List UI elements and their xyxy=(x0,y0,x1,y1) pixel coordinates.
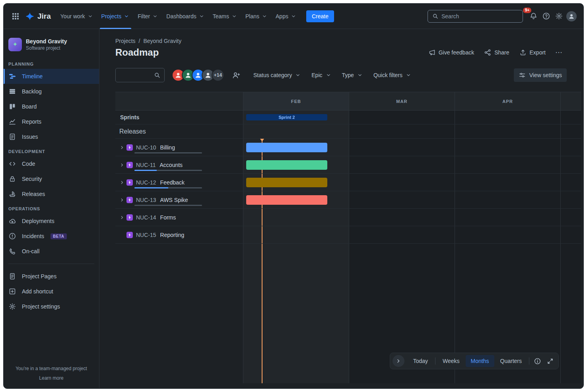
sprints-label[interactable]: Sprints xyxy=(115,111,243,124)
person-icon xyxy=(568,13,575,20)
export-button[interactable]: Export xyxy=(515,46,550,59)
add-people-button[interactable] xyxy=(230,69,243,82)
expand-chevron[interactable] xyxy=(119,215,125,220)
expand-chevron[interactable] xyxy=(119,145,125,150)
epic-name[interactable]: AWS Spike xyxy=(160,197,188,203)
releases-label[interactable]: Releases xyxy=(115,124,243,138)
create-button[interactable]: Create xyxy=(306,10,334,22)
nav-label: Apps xyxy=(276,13,288,19)
board-toolbar: +14 Status category Epic Type xyxy=(115,68,581,82)
quarters-button[interactable]: Quarters xyxy=(495,355,527,367)
expand-chevron[interactable] xyxy=(119,180,125,185)
month-label-mar: MAR xyxy=(349,92,455,110)
add-shortcut-icon xyxy=(8,287,16,295)
status-category-filter[interactable]: Status category xyxy=(248,69,306,82)
info-button[interactable] xyxy=(531,355,543,367)
sidebar-item-issues[interactable]: Issues xyxy=(4,129,99,144)
jira-logo[interactable]: Jira xyxy=(22,12,56,21)
share-button[interactable]: Share xyxy=(480,46,513,59)
sprints-row: Sprints Sprint 2 xyxy=(115,111,581,124)
chevron-right-icon xyxy=(119,180,125,185)
epic-bar[interactable] xyxy=(246,143,327,152)
epic-bar[interactable] xyxy=(246,160,327,170)
give-feedback-button[interactable]: Give feedback xyxy=(424,46,478,59)
nav-apps[interactable]: Apps xyxy=(272,4,301,29)
sidebar-item-timeline[interactable]: Timeline xyxy=(4,69,99,84)
expand-icon xyxy=(546,357,554,365)
sidebar-item-security[interactable]: Security xyxy=(4,171,99,186)
fullscreen-button[interactable] xyxy=(544,355,556,367)
settings-button[interactable] xyxy=(552,10,565,23)
global-search-input[interactable] xyxy=(441,13,519,19)
epic-row: NUC-13 AWS Spike xyxy=(115,191,581,209)
quick-filters[interactable]: Quick filters xyxy=(368,69,417,82)
epic-name[interactable]: Feedback xyxy=(160,179,185,186)
expand-chevron[interactable] xyxy=(119,197,125,203)
sidebar-item-label: Project settings xyxy=(22,303,60,310)
scroll-right-button[interactable] xyxy=(393,355,404,367)
epic-name[interactable]: Reporting xyxy=(160,232,185,238)
epic-bar[interactable] xyxy=(246,178,327,187)
incident-icon xyxy=(8,232,16,240)
epic-name[interactable]: Billing xyxy=(160,144,175,151)
global-search[interactable] xyxy=(428,10,523,23)
nav-label: Plans xyxy=(245,13,259,19)
breadcrumb-projects[interactable]: Projects xyxy=(115,38,136,44)
sidebar-item-deployments[interactable]: Deployments xyxy=(4,213,99,229)
timeline-search[interactable] xyxy=(115,68,165,82)
sparkle-icon xyxy=(12,41,19,48)
sidebar-item-backlog[interactable]: Backlog xyxy=(4,84,99,99)
ship-icon xyxy=(8,190,16,198)
notifications-button[interactable]: 9+ xyxy=(527,10,540,23)
info-icon xyxy=(534,357,541,365)
type-filter[interactable]: Type xyxy=(337,69,368,82)
profile-button[interactable] xyxy=(565,10,578,23)
sidebar-item-add-shortcut[interactable]: Add shortcut xyxy=(4,284,99,299)
issues-icon xyxy=(8,133,16,141)
team-managed-note: You’re in a team-managed project xyxy=(16,366,87,371)
sidebar-item-board[interactable]: Board xyxy=(4,99,99,114)
nav-dashboards[interactable]: Dashboards xyxy=(162,4,209,29)
avatar-overflow[interactable]: +14 xyxy=(212,69,224,82)
nav-projects[interactable]: Projects xyxy=(97,4,134,29)
nav-filter[interactable]: Filter xyxy=(134,4,162,29)
sidebar-item-project-settings[interactable]: Project settings xyxy=(4,299,99,314)
view-settings-button[interactable]: View settings xyxy=(514,68,567,82)
months-button[interactable]: Months xyxy=(466,355,494,367)
epic-bar[interactable] xyxy=(246,195,327,205)
chevron-right-icon xyxy=(395,358,402,364)
timeline-header: FEB MAR APR xyxy=(115,92,581,111)
epic-filter[interactable]: Epic xyxy=(306,69,336,82)
sprint-bar[interactable]: Sprint 2 xyxy=(246,114,327,120)
epic-key: NUC-10 xyxy=(136,144,156,151)
sidebar-item-reports[interactable]: Reports xyxy=(4,114,99,129)
breadcrumb-project-name[interactable]: Beyond Gravity xyxy=(143,38,181,44)
today-button[interactable]: Today xyxy=(408,355,433,367)
epic-name[interactable]: Accounts xyxy=(160,162,183,168)
nav-plans[interactable]: Plans xyxy=(241,4,272,29)
help-button[interactable] xyxy=(540,10,552,23)
sidebar-item-code[interactable]: Code xyxy=(4,156,99,171)
epic-row: NUC-10 Billing xyxy=(115,139,581,156)
releases-row: Releases xyxy=(115,124,581,139)
timeline-search-input[interactable] xyxy=(119,72,154,79)
app-switcher-button[interactable] xyxy=(9,10,22,23)
bolt-icon xyxy=(127,215,132,220)
weeks-button[interactable]: Weeks xyxy=(437,355,465,367)
cloud-deploy-icon xyxy=(8,217,16,225)
epic-name[interactable]: Forms xyxy=(160,214,176,221)
nav-your-work[interactable]: Your work xyxy=(56,4,97,29)
project-header[interactable]: Beyond Gravity Software project xyxy=(4,31,99,57)
sidebar-item-project-pages[interactable]: Project Pages xyxy=(4,269,99,284)
chevron-down-icon xyxy=(325,72,332,78)
more-actions-button[interactable]: ⋯ xyxy=(551,46,567,59)
sidebar-item-incidents[interactable]: Incidents BETA xyxy=(4,229,99,244)
expand-chevron[interactable] xyxy=(119,162,125,168)
learn-more-link[interactable]: Learn more xyxy=(39,375,63,381)
sidebar-item-releases[interactable]: Releases xyxy=(4,186,99,202)
sliders-icon xyxy=(519,72,526,79)
divider xyxy=(435,357,435,365)
nav-teams[interactable]: Teams xyxy=(209,4,241,29)
divider xyxy=(529,357,529,365)
sidebar-item-on-call[interactable]: On-call xyxy=(4,244,99,259)
